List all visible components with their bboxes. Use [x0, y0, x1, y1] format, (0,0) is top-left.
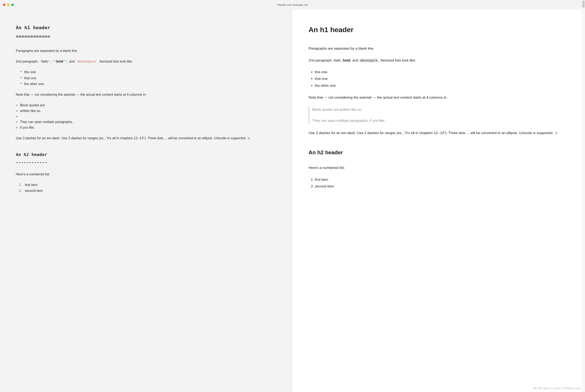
traffic-lights [3, 4, 14, 6]
bold-marker: ** [52, 60, 56, 64]
gt-icon: > [16, 114, 18, 119]
bold-marker: ** [63, 60, 67, 64]
gt-icon: > [16, 120, 18, 125]
list-item: first item [315, 177, 569, 182]
list-item: the other one [315, 83, 569, 88]
gt-icon: > [16, 103, 18, 108]
src-ordered-list: 1.first item 2.second item [19, 182, 277, 194]
gt-icon: > [16, 125, 18, 130]
src-paragraph: Paragraphs are separated by a blank line… [16, 48, 277, 54]
src-h2: An h2 header [16, 152, 277, 158]
app-window: FileInfo.com Example.md An h1 header ===… [0, 0, 585, 392]
maximize-icon[interactable] [11, 4, 14, 6]
src-paragraph: 2nd paragraph. *Italic*, **bold**, and `… [16, 59, 277, 64]
list-item: this one [315, 70, 569, 75]
src-paragraph: Here's a numbered list: [16, 172, 277, 177]
text: , [50, 60, 52, 63]
italic-marker: * [48, 60, 50, 64]
preview-h2: An h2 header [309, 148, 569, 156]
list-item-label: this one [24, 70, 36, 75]
preview-paragraph: Here's a numbered list: [309, 165, 569, 170]
src-h1: An h1 header [16, 24, 277, 31]
scrollbar-thumb[interactable] [582, 0, 585, 8]
minimize-icon[interactable] [7, 4, 9, 6]
asterisk-icon: * [20, 76, 22, 81]
gt-icon: > [16, 108, 18, 114]
quote-text: They can span multiple paragraphs, if yo… [312, 118, 569, 124]
list-item: second item [315, 184, 569, 189]
list-item: 1.first item [19, 182, 277, 188]
src-paragraph: Note that --- not considering the asteri… [16, 92, 277, 97]
preview-blockquote: Block quotes are written like so. They c… [309, 106, 569, 124]
number-icon: 1. [19, 182, 23, 188]
preview-paragraph: Note that --- not considering the asteri… [309, 95, 569, 100]
quote-line: >written like so. [16, 108, 277, 114]
scrollbar-track[interactable] [582, 0, 585, 392]
list-item: *that one [20, 76, 277, 81]
quote-text: written like so. [20, 108, 41, 114]
footer-caption: .MD file open in Caret. © FileInfo.com [532, 386, 581, 390]
text: 2nd paragraph. [309, 58, 334, 62]
window-title: FileInfo.com Example.md [148, 3, 437, 6]
quote-line: > [16, 114, 277, 119]
quote-line: >Block quotes are [16, 103, 277, 108]
code-marker: ` [75, 60, 77, 64]
preview-bullet-list: this one that one the other one [315, 70, 569, 88]
text: 2nd paragraph. [16, 60, 39, 63]
list-item-label: first item [25, 182, 37, 188]
code-text: monospace [77, 60, 96, 64]
text: , and [350, 58, 359, 62]
preview-paragraph: 2nd paragraph. Italic, bold, and monospa… [309, 58, 569, 63]
list-item: 2.second item [19, 188, 277, 194]
titlebar: FileInfo.com Example.md [0, 0, 585, 10]
src-paragraph: Use 3 dashes for an em-dash. Use 2 dashe… [16, 136, 277, 141]
text: , and [67, 60, 75, 63]
preview-pane[interactable]: An h1 header Paragraphs are separated by… [292, 10, 585, 392]
quote-text: They can span multiple paragraphs, [20, 120, 73, 125]
preview-paragraph: Paragraphs are separated by a blank line… [309, 46, 569, 51]
preview-h1: An h1 header [309, 24, 569, 35]
code-text: monospace [359, 58, 379, 63]
asterisk-icon: * [20, 82, 22, 87]
list-item-label: second item [25, 188, 43, 194]
italic-marker: * [39, 60, 41, 64]
src-h1-underline: ============ [16, 33, 277, 40]
src-blockquote: >Block quotes are >written like so. > >T… [16, 103, 277, 130]
editor-pane[interactable]: An h1 header ============ Paragraphs are… [0, 10, 292, 392]
quote-text: Block quotes are written like so. [312, 107, 569, 112]
list-item-label: the other one [24, 82, 44, 87]
text: . Itemized lists look like: [379, 58, 416, 62]
text: . Itemized lists look like: [97, 60, 133, 63]
italic-text: Italic [334, 58, 341, 62]
close-icon[interactable] [3, 4, 5, 6]
list-item-label: that one [24, 76, 36, 81]
split-panes: An h1 header ============ Paragraphs are… [0, 10, 585, 392]
src-bullet-list: *this one *that one *the other one [20, 70, 277, 87]
quote-text: if you like. [20, 125, 35, 130]
src-h2-underline: ------------ [16, 159, 277, 166]
asterisk-icon: * [20, 70, 22, 75]
preview-paragraph: Use 3 dashes for an em-dash. Use 2 dashe… [309, 130, 569, 136]
quote-line: >if you like. [16, 125, 277, 130]
list-item: *this one [20, 70, 277, 75]
preview-ordered-list: first item second item [315, 177, 569, 189]
number-icon: 2. [19, 188, 23, 194]
italic-text: Italic [41, 60, 48, 63]
bold-text: bold [56, 60, 63, 63]
list-item: *the other one [20, 82, 277, 87]
quote-text: Block quotes are [20, 103, 45, 108]
code-marker: ` [96, 60, 98, 64]
quote-line: >They can span multiple paragraphs, [16, 120, 277, 125]
list-item: that one [315, 76, 569, 82]
bold-text: bold [343, 58, 350, 62]
